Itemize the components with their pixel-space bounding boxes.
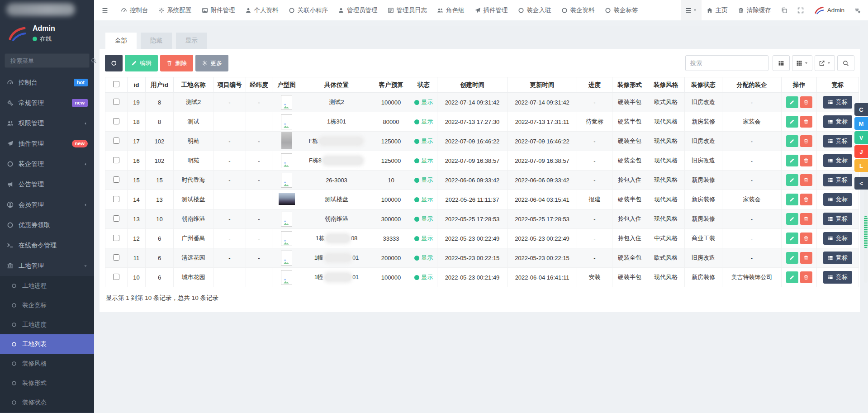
floorplan-thumb[interactable] (281, 153, 292, 168)
row-bid-button[interactable]: 竞标 (823, 115, 852, 128)
row-bid-button[interactable]: 竞标 (823, 174, 852, 186)
row-edit-button[interactable] (786, 174, 798, 186)
tab-0[interactable]: 全部 (105, 33, 137, 49)
sidebar-search-input[interactable] (9, 57, 91, 65)
table-row-11[interactable]: 116清远花园--1幢01200000显示2022-05-23 00:22:15… (105, 248, 859, 268)
search-button[interactable] (837, 55, 854, 71)
tab-1[interactable]: 隐藏 (141, 33, 172, 49)
floorplan-thumb[interactable] (281, 212, 292, 227)
scrollbar-thumb[interactable] (864, 216, 868, 248)
topnav-home[interactable]: 主页 (702, 0, 733, 20)
sidebar-item-3[interactable]: 插件管理new (0, 133, 94, 154)
topnav-item-7[interactable]: 角色组 (432, 0, 470, 20)
side-tag-<[interactable]: < (854, 177, 868, 190)
row-checkbox[interactable] (113, 157, 119, 163)
sidebar-subitem-2[interactable]: 工地进度 (0, 315, 94, 334)
row-checkbox[interactable] (113, 235, 119, 241)
side-tag-C[interactable]: C (854, 103, 868, 116)
row-bid-button[interactable]: 竞标 (823, 232, 852, 245)
edit-button[interactable]: 编辑 (125, 55, 158, 71)
row-bid-button[interactable]: 竞标 (823, 193, 852, 206)
table-search-input[interactable] (685, 55, 768, 71)
sidebar-item-1[interactable]: 常规管理new (0, 93, 94, 113)
floorplan-thumb[interactable] (281, 270, 292, 285)
row-delete-button[interactable] (800, 155, 812, 166)
row-checkbox[interactable] (113, 274, 119, 280)
delete-button[interactable]: 删除 (160, 55, 193, 71)
row-bid-button[interactable]: 竞标 (823, 154, 852, 167)
topnav-item-2[interactable]: 附件管理 (197, 0, 240, 20)
table-row-15[interactable]: 1515时代香海--26-300310显示2022-06-06 09:33:42… (105, 171, 859, 190)
row-delete-button[interactable] (800, 271, 812, 283)
row-bid-button[interactable]: 竞标 (823, 96, 852, 109)
sidebar-item-9[interactable]: 工地管理 (0, 256, 94, 276)
sidebar-item-8[interactable]: 在线命令管理 (0, 235, 94, 256)
topnav-admin[interactable]: Admin (809, 0, 849, 20)
table-row-19[interactable]: 198测试2--测试2100000显示2022-07-14 09:31:4220… (105, 93, 859, 112)
sidebar-item-0[interactable]: 控制台hot (0, 72, 94, 93)
table-row-18[interactable]: 188测试1栋30180000显示2022-07-13 17:27:302022… (105, 112, 859, 132)
row-delete-button[interactable] (800, 174, 812, 186)
table-row-16[interactable]: 16102明苑--F栋8125000显示2022-07-09 16:38:572… (105, 151, 859, 171)
sidebar-subitem-1[interactable]: 装企竞标 (0, 295, 94, 315)
row-delete-button[interactable] (800, 96, 812, 108)
sidebar-item-6[interactable]: 会员管理 (0, 195, 94, 215)
topnav-item-8[interactable]: 插件管理 (470, 0, 513, 20)
topnav-item-10[interactable]: 装企资料 (556, 0, 600, 20)
topnav-item-4[interactable]: 关联小程序 (284, 0, 333, 20)
sidebar-subitem-4[interactable]: 装修风格 (0, 354, 94, 373)
topnav-item-6[interactable]: 管理员日志 (383, 0, 432, 20)
row-checkbox[interactable] (113, 196, 119, 202)
topnav-copy[interactable] (776, 0, 792, 20)
row-edit-button[interactable] (786, 96, 798, 108)
topnav-item-0[interactable]: 控制台 (116, 0, 153, 20)
row-edit-button[interactable] (786, 213, 798, 225)
topnav-item-9[interactable]: 装企入驻 (513, 0, 556, 20)
table-row-12[interactable]: 126广州番禺--1栋0833333显示2022-05-23 00:22:492… (105, 229, 859, 248)
sidebar-subitem-6[interactable]: 装修状态 (0, 393, 94, 412)
row-checkbox[interactable] (113, 176, 119, 183)
select-all-checkbox[interactable] (113, 81, 119, 87)
topnav-dropdown-toggle[interactable] (681, 0, 702, 20)
sidebar-toggle[interactable] (94, 0, 116, 20)
sidebar-item-2[interactable]: 权限管理 (0, 113, 94, 133)
side-tag-L[interactable]: L (854, 159, 868, 172)
side-tag-M[interactable]: M (854, 117, 868, 130)
row-bid-button[interactable]: 竞标 (823, 213, 852, 225)
row-edit-button[interactable] (786, 155, 798, 166)
sidebar-item-7[interactable]: 优惠券领取 (0, 215, 94, 235)
more-button[interactable]: 更多 (195, 55, 228, 71)
topnav-item-5[interactable]: 管理员管理 (333, 0, 383, 20)
row-edit-button[interactable] (786, 233, 798, 244)
export-button[interactable] (815, 55, 835, 71)
row-checkbox[interactable] (113, 215, 119, 222)
row-edit-button[interactable] (786, 252, 798, 264)
table-row-10[interactable]: 106城市花园1幢01100000显示2022-05-23 00:21:4920… (105, 268, 859, 287)
sidebar-subitem-3[interactable]: 工地列表 (0, 334, 94, 354)
floorplan-thumb[interactable] (281, 173, 292, 188)
topnav-item-1[interactable]: 系统配置 (153, 0, 197, 20)
search-icon[interactable] (91, 58, 97, 64)
table-row-17[interactable]: 17102明苑--F栋125000显示2022-07-09 16:46:2220… (105, 132, 859, 151)
columns-button[interactable] (792, 55, 812, 71)
refresh-button[interactable] (105, 55, 123, 71)
row-checkbox[interactable] (113, 99, 119, 105)
floorplan-thumb[interactable] (281, 231, 292, 246)
row-edit-button[interactable] (786, 194, 798, 205)
sidebar-item-5[interactable]: 公告管理 (0, 174, 94, 195)
row-checkbox[interactable] (113, 254, 119, 261)
row-delete-button[interactable] (800, 194, 812, 205)
row-checkbox[interactable] (113, 138, 119, 144)
row-delete-button[interactable] (800, 252, 812, 264)
topnav-clear-cache[interactable]: 清除缓存 (733, 0, 776, 20)
row-delete-button[interactable] (800, 213, 812, 225)
topnav-item-11[interactable]: 装企标签 (600, 0, 643, 20)
topnav-fullscreen[interactable] (792, 0, 809, 20)
table-row-13[interactable]: 1310朝南维港--朝南维港300000显示2022-05-25 17:28:5… (105, 209, 859, 229)
row-checkbox[interactable] (113, 118, 119, 124)
row-bid-button[interactable]: 竞标 (823, 271, 852, 284)
table-row-14[interactable]: 1413测试楼盘测试楼盘100000显示2022-05-26 11:11:372… (105, 190, 859, 209)
floorplan-thumb[interactable] (281, 114, 292, 129)
floorplan-thumb[interactable] (281, 95, 292, 110)
row-edit-button[interactable] (786, 135, 798, 147)
